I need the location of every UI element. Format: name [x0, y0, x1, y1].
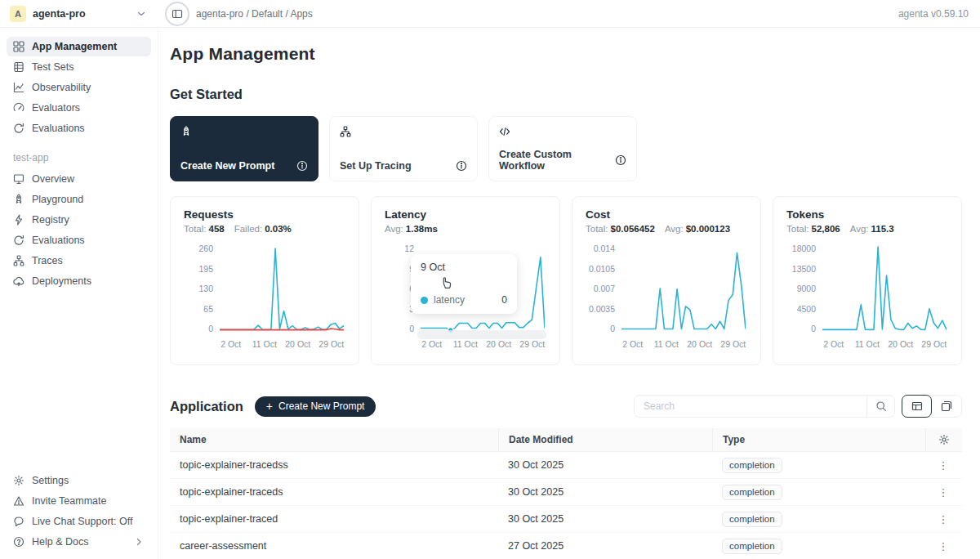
sidebar-item-evaluations[interactable]: Evaluations	[7, 119, 151, 138]
info-icon[interactable]	[456, 160, 467, 172]
table-row-topic-explainer-traced[interactable]: topic-explainer-traced 30 Oct 2025 compl…	[170, 506, 962, 533]
stat: Failed:0.03%	[234, 224, 292, 234]
sidebar-item-registry[interactable]: Registry	[7, 210, 151, 230]
get-started-card-create-new-prompt[interactable]: Create New Prompt	[170, 116, 318, 181]
cell-type: completion	[712, 512, 925, 527]
rocket-icon	[13, 194, 24, 205]
x-tick: 11 Oct	[252, 339, 277, 349]
table-row-topic-explainer-tracedss[interactable]: topic-explainer-tracedss 30 Oct 2025 com…	[170, 452, 962, 479]
sidebar-panel-icon	[172, 8, 183, 20]
sidebar-item-label: Traces	[32, 255, 145, 266]
chart-body: 0.0140.01050.0070.00350 2 Oct11 Oct20 Oc…	[586, 244, 747, 351]
cell-name: career-assessment	[170, 540, 498, 552]
chart-title: Cost	[586, 208, 747, 221]
chart-plot[interactable]	[822, 244, 947, 333]
application-heading: Application	[170, 399, 243, 414]
sidebar-item-playground[interactable]: Playground	[7, 190, 151, 209]
cell-name: topic-explainer-traced	[170, 513, 498, 525]
row-actions-button[interactable]: ⋮	[925, 486, 962, 499]
workspace-selector[interactable]: A agenta-pro	[10, 6, 147, 22]
x-tick: 20 Oct	[687, 339, 712, 349]
table-row-topic-explainer-traceds[interactable]: topic-explainer-traceds 30 Oct 2025 comp…	[170, 479, 962, 506]
chevron-down-icon	[136, 8, 147, 20]
cloud-icon	[13, 275, 24, 287]
sidebar-item-label: Test Sets	[32, 61, 145, 73]
top-header: A agenta-pro agenta-pro / Default / Apps…	[0, 0, 980, 28]
apps-table: Name Date Modified Type topic-explainer-…	[170, 428, 962, 559]
sidebar-item-help-docs[interactable]: Help & Docs	[7, 532, 151, 552]
search-button[interactable]	[866, 396, 894, 417]
workspace-name: agenta-pro	[33, 8, 129, 20]
get-started-cards: Create New Prompt Set Up Tracing Create …	[170, 116, 962, 181]
column-date-modified[interactable]: Date Modified	[498, 428, 712, 451]
column-settings[interactable]	[925, 428, 962, 451]
card-label: Create Custom Workflow	[499, 149, 615, 172]
sidebar-app-group: Overview Playground Registry Evaluations…	[5, 168, 153, 292]
sidebar-item-overview[interactable]: Overview	[7, 169, 151, 189]
sidebar-item-evaluators[interactable]: Evaluators	[7, 98, 151, 118]
chart-title: Tokens	[786, 208, 948, 221]
sidebar-item-evaluations[interactable]: Evaluations	[7, 230, 151, 250]
y-tick: 65	[203, 304, 213, 314]
chart-plot[interactable]	[621, 244, 746, 333]
create-new-prompt-button[interactable]: + Create New Prompt	[255, 396, 376, 417]
sidebar-item-settings[interactable]: Settings	[7, 471, 151, 490]
plus-icon: +	[266, 400, 273, 413]
sidebar-item-label: Playground	[32, 194, 145, 205]
pointer-cursor-icon	[440, 275, 454, 289]
chart-tooltip: 9 Oct latency 0	[411, 254, 517, 314]
search-box	[634, 395, 895, 418]
tree-icon	[13, 255, 24, 266]
app-version: agenta v0.59.10	[898, 8, 969, 20]
type-badge: completion	[722, 512, 782, 527]
table-header: Name Date Modified Type	[170, 428, 962, 452]
card-view-button[interactable]	[931, 396, 961, 417]
sidebar-item-label: App Management	[32, 41, 145, 52]
stat: Avg:115.3	[850, 224, 894, 234]
y-tick: 195	[198, 264, 213, 274]
sidebar-item-app-management[interactable]: App Management	[7, 37, 151, 56]
sidebar-item-label: Invite Teammate	[32, 495, 145, 507]
row-actions-button[interactable]: ⋮	[925, 540, 962, 552]
x-tick: 29 Oct	[519, 339, 545, 349]
y-tick: 0.014	[594, 244, 615, 253]
x-tick: 2 Oct	[220, 339, 241, 349]
x-tick: 29 Oct	[921, 339, 947, 349]
sidebar-toggle-button[interactable]	[165, 2, 189, 26]
x-axis-labels: 2 Oct11 Oct20 Oct29 Oct	[421, 339, 545, 351]
table-row-career-assessment[interactable]: career-assessment 27 Oct 2025 completion…	[170, 533, 962, 559]
x-tick: 20 Oct	[888, 339, 913, 349]
sidebar-item-invite-teammate[interactable]: Invite Teammate	[7, 491, 151, 511]
x-tick: 2 Oct	[421, 339, 442, 349]
type-badge: completion	[722, 458, 782, 473]
table-icon	[13, 61, 24, 73]
sidebar-item-label: Evaluators	[32, 102, 145, 114]
rocket-icon	[180, 126, 308, 137]
search-input[interactable]	[635, 400, 866, 412]
cell-date: 30 Oct 2025	[498, 459, 712, 471]
chart-title: Requests	[184, 208, 345, 221]
sidebar-item-traces[interactable]: Traces	[7, 251, 151, 271]
sidebar-item-observability[interactable]: Observability	[7, 78, 151, 97]
row-actions-button[interactable]: ⋮	[925, 459, 962, 472]
x-tick: 11 Oct	[453, 339, 478, 349]
get-started-card-create-custom-workflow[interactable]: Create Custom Workflow	[488, 116, 637, 181]
metric-card-requests: Requests Total:458Failed:0.03% 260195130…	[170, 196, 359, 365]
help-icon	[13, 536, 24, 548]
cell-name: topic-explainer-tracedss	[170, 459, 498, 471]
column-name[interactable]: Name	[170, 428, 498, 451]
info-icon[interactable]	[615, 154, 626, 166]
chart-plot[interactable]	[220, 244, 344, 333]
stat: Total:$0.056452	[586, 224, 655, 234]
sidebar-item-test-sets[interactable]: Test Sets	[7, 57, 151, 77]
x-tick: 2 Oct	[622, 339, 643, 349]
info-icon[interactable]	[296, 160, 308, 172]
column-type[interactable]: Type	[712, 428, 925, 451]
sidebar-item-live-chat-support-off[interactable]: Live Chat Support: Off	[7, 512, 151, 531]
y-tick: 13500	[792, 264, 816, 274]
table-view-button[interactable]	[902, 395, 932, 418]
sidebar-item-deployments[interactable]: Deployments	[7, 271, 151, 291]
main-content: App Management Get Started Create New Pr…	[158, 28, 980, 559]
row-actions-button[interactable]: ⋮	[925, 513, 962, 525]
get-started-card-set-up-tracing[interactable]: Set Up Tracing	[329, 116, 478, 181]
